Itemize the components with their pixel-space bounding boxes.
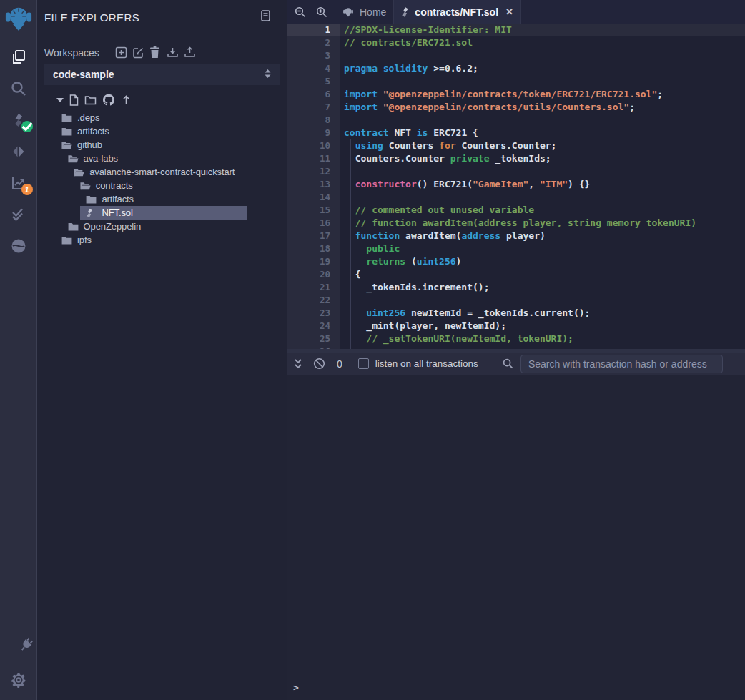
line-number[interactable]: 11 [287,152,340,165]
code-line[interactable]: import "@openzeppelin/contracts/token/ER… [340,88,745,101]
gutter[interactable]: 1234567891011121314151617181920212223242… [287,24,340,349]
tree-item-ava-labs[interactable]: ava-labs [37,152,287,165]
code-line[interactable] [340,49,745,62]
code-line[interactable] [340,114,745,127]
code-line[interactable]: import "@openzeppelin/contracts/utils/Co… [340,101,745,114]
remix-logo[interactable] [0,0,37,37]
sidebar-item-analytics[interactable]: 1 [0,167,37,199]
tree-item-artifacts[interactable]: artifacts [37,124,287,138]
code-line[interactable]: { [340,268,745,281]
sidebar-item-search[interactable] [0,73,37,104]
code-line[interactable]: function awardItem(address player) [340,230,745,242]
code-editor[interactable]: 1234567891011121314151617181920212223242… [287,24,745,349]
sidebar-item-deploy-run[interactable] [0,136,37,167]
line-number[interactable]: 5 [287,75,340,88]
line-number[interactable]: 16 [287,217,340,230]
workspace-select[interactable]: code-sample [44,64,280,85]
code-line[interactable] [340,294,745,307]
line-number[interactable]: 12 [287,165,340,178]
upload-workspace-icon[interactable] [184,46,196,59]
new-folder-icon[interactable] [84,95,97,105]
tree-item-github[interactable]: github [37,138,287,152]
book-icon[interactable] [261,10,270,24]
tree-item-artifacts[interactable]: artifacts [37,192,287,206]
line-number[interactable]: 2 [287,36,340,49]
collapse-terminal-icon[interactable] [293,358,303,370]
line-number[interactable]: 21 [287,281,340,294]
line-number[interactable]: 26 [287,345,340,349]
line-number[interactable]: 25 [287,332,340,345]
line-number[interactable]: 1 [287,24,340,36]
upload-file-icon[interactable] [121,94,132,105]
code-line[interactable]: // _setTokenURI(newItemId, tokenURI); [340,332,745,345]
code-line[interactable] [340,75,745,88]
tree-item-contracts[interactable]: contracts [37,179,287,192]
code-line[interactable]: _mint(player, newItemId); [340,320,745,332]
tab-home[interactable]: Home [335,0,393,24]
code-line[interactable]: Counters.Counter private _tokenIds; [340,152,745,165]
code-line[interactable]: contract NFT is ERC721 { [340,127,745,139]
line-number[interactable]: 10 [287,139,340,152]
line-number[interactable]: 24 [287,320,340,332]
code-line[interactable]: pragma solidity >=0.6.2; [340,62,745,75]
code-line[interactable]: _tokenIds.increment(); [340,281,745,294]
line-number[interactable]: 22 [287,294,340,307]
line-number[interactable]: 8 [287,114,340,127]
collapse-caret-icon[interactable] [56,97,64,103]
code-line[interactable] [340,191,745,204]
code-line[interactable]: constructor() ERC721("GameItem", "ITM") … [340,178,745,191]
line-number[interactable]: 4 [287,62,340,75]
tree-item-nft-sol[interactable]: NFT.sol [37,206,287,220]
sidebar-item-settings[interactable] [0,664,37,696]
sidebar-item-unit-testing[interactable] [0,199,37,230]
line-number[interactable]: 15 [287,204,340,217]
line-number[interactable]: 7 [287,101,340,114]
zoom-out-icon[interactable] [290,0,311,24]
panel-title: FILE EXPLORERS [44,11,139,24]
line-number[interactable]: 20 [287,268,340,281]
code-lines[interactable]: //SPDX-License-Identifier: MIT// contrac… [340,24,745,349]
rename-workspace-icon[interactable] [132,46,144,59]
code-line[interactable]: uint256 newItemId = _tokenIds.current(); [340,307,745,320]
line-number[interactable]: 19 [287,255,340,268]
sidebar-item-plugin-circle[interactable] [0,230,37,262]
line-number[interactable]: 6 [287,88,340,101]
new-file-icon[interactable] [69,94,79,106]
code-line[interactable] [340,165,745,178]
code-line[interactable] [340,345,745,349]
terminal-output[interactable]: > [287,375,745,700]
code-line[interactable]: public [340,242,745,255]
line-number[interactable]: 23 [287,307,340,320]
code-line[interactable]: //SPDX-License-Identifier: MIT [340,24,745,36]
tree-item-label: github [77,139,102,150]
code-line[interactable]: using Counters for Counters.Counter; [340,139,745,152]
tab-nft-sol[interactable]: contracts/NFT.sol ✕ [393,0,521,24]
code-line[interactable]: // commented out unused variable [340,204,745,217]
sidebar-item-plugin-manager[interactable] [0,633,37,664]
sidebar-item-solidity-compiler[interactable] [0,104,37,136]
line-number[interactable]: 18 [287,242,340,255]
tree-item-ipfs[interactable]: ipfs [37,233,287,247]
clear-console-icon[interactable] [313,358,325,370]
add-workspace-icon[interactable] [115,46,127,59]
tree-item--deps[interactable]: .deps [37,111,287,124]
close-tab-icon[interactable]: ✕ [505,6,513,17]
zoom-in-icon[interactable] [311,0,332,24]
code-line[interactable]: // contracts/ERC721.sol [340,36,745,49]
line-number[interactable]: 13 [287,178,340,191]
sidebar-item-file-explorer[interactable] [0,41,37,73]
remix-ide-window: 1 FILE EXPLORERS Workspaces [0,0,745,700]
line-number[interactable]: 14 [287,191,340,204]
code-line[interactable]: returns (uint256) [340,255,745,268]
download-workspace-icon[interactable] [167,46,179,59]
transaction-search-input[interactable] [520,355,723,373]
line-number[interactable]: 17 [287,230,340,242]
github-icon[interactable] [102,94,115,106]
tree-item-avalanche-smart-contract-quickstart[interactable]: avalanche-smart-contract-quickstart [37,165,287,179]
line-number[interactable]: 9 [287,127,340,139]
tree-item-openzeppelin[interactable]: OpenZeppelin [37,220,287,233]
code-line[interactable]: // function awardItem(address player, st… [340,217,745,230]
line-number[interactable]: 3 [287,49,340,62]
listen-transactions-checkbox[interactable] [358,358,369,369]
delete-workspace-icon[interactable] [149,46,162,59]
